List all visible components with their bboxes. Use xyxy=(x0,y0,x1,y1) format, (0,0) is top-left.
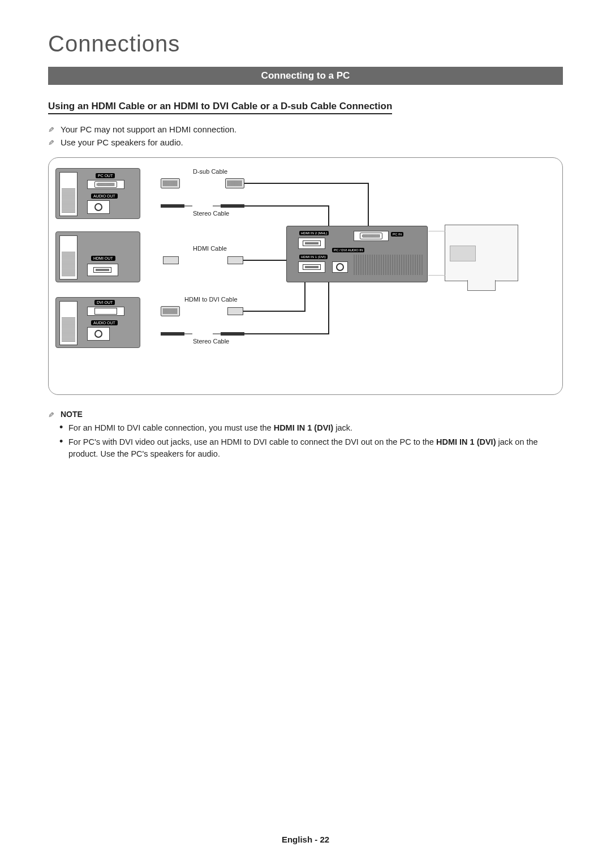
page-title: Connections xyxy=(48,31,563,57)
port-label: PC OUT xyxy=(96,173,115,178)
hdmi-connector xyxy=(163,256,179,264)
port-label: AUDIO OUT xyxy=(91,320,118,325)
tv-back-panel: HDMI IN 2 (MHL) HDMI IN 1 (DVI) PC / DVI… xyxy=(286,226,428,282)
port-label: HDMI OUT xyxy=(91,256,115,261)
cable-label-stereo: Stereo Cable xyxy=(193,210,229,217)
note-icon xyxy=(48,126,57,134)
port-label: DVI OUT xyxy=(94,300,115,305)
tv-port-label: HDMI IN 2 (MHL) xyxy=(299,231,329,235)
cable-label-hdmi: HDMI Cable xyxy=(193,245,227,252)
hdmi-connector xyxy=(227,256,243,264)
note-heading-row: NOTE xyxy=(48,410,563,419)
tv-port-label: PC / DVI AUDIO IN xyxy=(332,248,364,252)
cable-label-hdmi-dvi: HDMI to DVI Cable xyxy=(184,296,238,303)
tv-port-label: PC IN xyxy=(391,232,403,237)
connection-diagram: PC OUT AUDIO OUT HDMI OUT DVI OUT AUDI xyxy=(48,157,563,395)
pc-box-dsub: PC OUT AUDIO OUT xyxy=(55,168,140,219)
tv-port-label: HDMI IN 1 (DVI) xyxy=(299,255,328,259)
pc-box-hdmi: HDMI OUT xyxy=(55,231,140,282)
note-text: For an HDMI to DVI cable connection, you… xyxy=(68,423,274,432)
note-item: For PC's with DVI video out jacks, use a… xyxy=(68,436,563,460)
note-text-bold: HDMI IN 1 (DVI) xyxy=(274,423,334,432)
port-label: AUDIO OUT xyxy=(91,194,118,199)
cable-label-stereo: Stereo Cable xyxy=(193,338,229,345)
pre-note-2: Use your PC speakers for audio. xyxy=(48,137,563,147)
subheading: Using an HDMI Cable or an HDMI to DVI Ca… xyxy=(48,101,392,114)
monitor-outline xyxy=(445,225,518,281)
minijack-connector xyxy=(161,204,184,208)
page-footer: English - 22 xyxy=(0,835,611,844)
vga-connector xyxy=(225,178,244,188)
pc-box-dvi: DVI OUT AUDIO OUT xyxy=(55,297,140,348)
minijack-connector xyxy=(221,332,244,336)
note-item: For an HDMI to DVI cable connection, you… xyxy=(68,422,563,434)
dvi-connector xyxy=(161,306,180,316)
note-text: For PC's with DVI video out jacks, use a… xyxy=(68,437,436,446)
note-heading: NOTE xyxy=(61,410,83,419)
hdmi-connector xyxy=(227,307,243,315)
pre-note-text: Use your PC speakers for audio. xyxy=(61,137,183,147)
pre-note-text: Your PC may not support an HDMI connecti… xyxy=(61,124,236,134)
note-text: jack. xyxy=(333,423,352,432)
pre-note-1: Your PC may not support an HDMI connecti… xyxy=(48,124,563,134)
note-icon xyxy=(48,139,57,147)
cable-label-dsub: D-sub Cable xyxy=(193,168,227,175)
note-text-bold: HDMI IN 1 (DVI) xyxy=(436,437,496,446)
section-bar: Connecting to a PC xyxy=(48,67,563,85)
vga-connector xyxy=(161,178,180,188)
note-icon xyxy=(48,411,57,419)
minijack-connector xyxy=(221,204,244,208)
minijack-connector xyxy=(161,332,184,336)
